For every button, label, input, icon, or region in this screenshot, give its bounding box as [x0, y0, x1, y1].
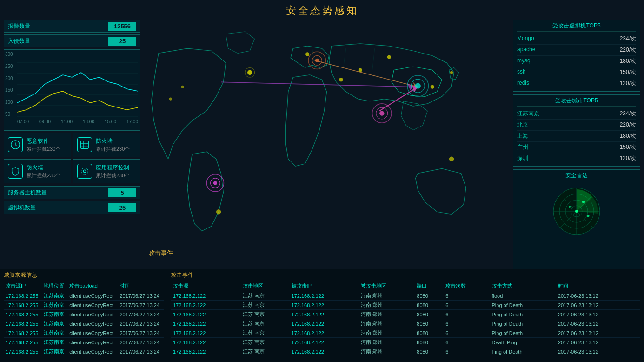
bottom-stats: 服务器主机数量 5 虚拟机数量 25: [4, 186, 140, 216]
svg-text:攻击事件: 攻击事件: [149, 249, 173, 256]
city-top5-section: 受攻击城市TOP5 江苏南京 234/次 北京 220/次 上海 180/次: [513, 94, 640, 167]
svg-point-36: [359, 68, 362, 72]
th-time: 时间: [118, 281, 164, 291]
svg-point-12: [83, 170, 86, 173]
threat-table-body: 172.168.2.255江苏南京client useCopyRect2017/…: [4, 291, 164, 356]
radar-container: [517, 183, 636, 239]
intrusion-label: 入侵数量: [8, 37, 30, 45]
vm-top5-row-1: apache 220/次: [517, 45, 636, 56]
table-row: 172.168.2.255江苏南京client useCopyRect2017/…: [4, 301, 164, 310]
svg-point-56: [582, 201, 585, 203]
attack-events-container: 攻击事件 攻击源 攻击地区 被攻击IP 被攻击地区 端口 攻击次数 攻击方式 时…: [167, 269, 644, 362]
svg-line-15: [344, 48, 346, 67]
shield-icon: [8, 164, 23, 179]
table-row: 172.168.2.255江苏南京client useCopyRect2017/…: [4, 291, 164, 301]
security-item-firewall1: 防火墙 累计拦截230个: [73, 133, 140, 157]
intrusion-value: 25: [108, 37, 136, 46]
svg-point-46: [169, 97, 172, 100]
svg-point-25: [315, 59, 319, 62]
malware-icon: [8, 137, 23, 152]
firewall-icon: [77, 137, 92, 152]
svg-rect-7: [81, 141, 89, 149]
svg-point-13: [81, 168, 88, 174]
world-map-svg: 攻击事件: [144, 20, 509, 279]
attack-title: 攻击事件: [171, 271, 640, 279]
svg-point-45: [181, 86, 184, 88]
app-control-icon: [77, 164, 92, 179]
table-row: 172.168.2.122江苏 南京172.168.2.122河南 郑州8080…: [171, 301, 640, 310]
security-item-firewall2: 防火墙 累计拦截230个: [4, 159, 71, 184]
city-top5-list: 江苏南京 234/次 北京 220/次 上海 180/次 广州 150/次: [517, 108, 636, 164]
vm-count-row: 虚拟机数量 25: [4, 201, 140, 214]
svg-line-16: [372, 48, 375, 70]
svg-point-59: [575, 210, 578, 213]
security-item-app-control: 应用程序控制 累计拦截230个: [73, 159, 140, 184]
radar-svg: [551, 186, 602, 237]
table-row: 172.168.2.122江苏 南京172.168.2.122河南 郑州8080…: [171, 328, 640, 338]
table-row: 172.168.2.255江苏南京client useCopyRect2017/…: [4, 338, 164, 347]
city-top5-row-4: 深圳 120/次: [517, 153, 636, 164]
svg-point-32: [247, 70, 252, 75]
vm-top5-row-4: redis 120/次: [517, 78, 636, 89]
table-row: 172.168.2.255江苏南京client useCopyRect2017/…: [4, 319, 164, 328]
svg-line-14: [312, 48, 315, 67]
th-count: 攻击次数: [444, 281, 490, 291]
th-src-area: 攻击地区: [241, 281, 290, 291]
th-port: 端口: [415, 281, 444, 291]
server-count-label: 服务器主机数量: [8, 189, 47, 197]
threat-table-container: 威胁来源信息 攻击源IP 地理位置 攻击payload 时间 172.168.2…: [0, 269, 167, 362]
table-row: 172.168.2.122江苏 南京172.168.2.122河南 郑州8080…: [171, 291, 640, 301]
vm-top5-section: 受攻击虚拟机TOP5 Mongo 234/次 apache 220/次 mysq…: [513, 20, 640, 92]
right-panel: 受攻击虚拟机TOP5 Mongo 234/次 apache 220/次 mysq…: [509, 20, 644, 279]
threat-table: 攻击源IP 地理位置 攻击payload 时间 172.168.2.255江苏南…: [4, 281, 164, 356]
chart-svg: [17, 52, 138, 117]
threat-title: 威胁来源信息: [4, 271, 164, 279]
svg-point-44: [449, 156, 454, 161]
svg-point-42: [213, 181, 217, 185]
left-panel: 报警数量 12556 入侵数量 25 300 250 200 150 100 5…: [0, 20, 144, 279]
svg-point-39: [450, 71, 453, 74]
svg-point-38: [431, 85, 434, 89]
svg-line-17: [315, 60, 418, 87]
svg-point-37: [387, 55, 391, 59]
bottom-section: 威胁来源信息 攻击源IP 地理位置 攻击payload 时间 172.168.2…: [0, 269, 644, 362]
svg-line-19: [221, 82, 413, 87]
city-top5-row-0: 江苏南京 234/次: [517, 108, 636, 120]
alert-value: 12556: [108, 22, 136, 31]
security-grid: 恶意软件 累计拦截230个 防火墙 累计拦截230个: [4, 133, 140, 183]
city-top5-row-3: 广州 150/次: [517, 142, 636, 153]
th-method: 攻击方式: [490, 281, 556, 291]
th-attack-time: 时间: [556, 281, 640, 291]
table-row: 172.168.2.255江苏南京client useCopyRect2017/…: [4, 328, 164, 338]
city-top5-row-1: 北京 220/次: [517, 120, 636, 131]
radar-section: 安全雷达: [513, 169, 640, 279]
chart-yaxis: 300 250 200 150 100 50: [5, 52, 13, 117]
vm-top5-title: 受攻击虚拟机TOP5: [517, 22, 636, 32]
th-target-ip: 被攻击IP: [290, 281, 359, 291]
attack-table-body: 172.168.2.122江苏 南京172.168.2.122河南 郑州8080…: [171, 291, 640, 356]
city-top5-row-2: 上海 180/次: [517, 131, 636, 142]
th-payload: 攻击payload: [67, 281, 118, 291]
vm-count-value: 25: [108, 203, 136, 212]
table-row: 172.168.2.255江苏南京client useCopyRect2017/…: [4, 310, 164, 319]
vm-top5-row-3: ssh 150/次: [517, 67, 636, 78]
security-item-malware: 恶意软件 累计拦截230个: [4, 133, 71, 157]
chart-area: 300 250 200 150 100 50: [4, 49, 140, 131]
server-count-row: 服务器主机数量 5: [4, 186, 140, 199]
svg-point-31: [379, 111, 384, 115]
threat-table-header: 攻击源IP 地理位置 攻击payload 时间: [4, 281, 164, 291]
svg-point-34: [305, 52, 309, 56]
city-top5-title: 受攻击城市TOP5: [517, 97, 636, 107]
page-container: 安全态势感知 报警数量 12556 入侵数量 25 300 250 200 15…: [0, 0, 644, 362]
vm-top5-row-0: Mongo 234/次: [517, 34, 636, 45]
svg-point-28: [415, 83, 421, 88]
svg-point-57: [587, 215, 590, 217]
th-target-area: 被攻击地区: [359, 281, 415, 291]
server-count-value: 5: [108, 188, 136, 197]
alert-row: 报警数量 12556: [4, 20, 140, 33]
table-row: 172.168.2.122江苏 南京172.168.2.122河南 郑州8080…: [171, 319, 640, 328]
svg-point-58: [569, 206, 571, 208]
table-row: 172.168.2.122江苏 南京172.168.2.122河南 郑州8080…: [171, 347, 640, 356]
vm-count-label: 虚拟机数量: [8, 204, 36, 212]
radar-title: 安全雷达: [517, 172, 636, 181]
